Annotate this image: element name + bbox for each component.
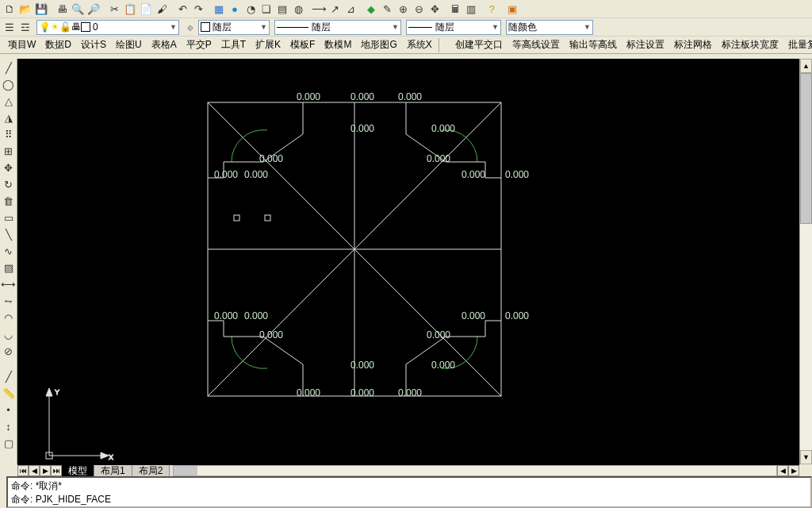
hscroll-left-icon[interactable]: ◀: [777, 465, 788, 476]
lineweight-combo[interactable]: 随层 ▼: [406, 20, 501, 35]
point-icon[interactable]: •: [1, 402, 17, 418]
svg-rect-5: [234, 215, 239, 221]
layer-mgr-icon[interactable]: ☰: [2, 20, 17, 34]
print-preview-icon[interactable]: 🔍: [71, 2, 85, 16]
menu-create-intersection[interactable]: 创建平交口: [450, 37, 508, 53]
menu-batch-copy[interactable]: 批量复制: [783, 37, 812, 53]
menu-data[interactable]: 数据D: [40, 37, 76, 53]
block-icon[interactable]: ◆: [364, 2, 378, 16]
copy-icon[interactable]: 📋: [123, 2, 137, 16]
props-icon[interactable]: ▥: [464, 2, 478, 16]
layer-prev-icon[interactable]: ☲: [18, 20, 33, 34]
help-icon[interactable]: ?: [485, 2, 499, 16]
color-combo[interactable]: 随层 ▼: [198, 20, 270, 35]
paste-icon[interactable]: 📄: [139, 2, 153, 16]
menu-project[interactable]: 项目W: [3, 37, 40, 53]
redo-icon[interactable]: ↷: [191, 2, 205, 16]
print-icon[interactable]: 🖶: [55, 2, 69, 16]
layer-combo[interactable]: 💡 ☀ 🔓 🖶 0 ▼: [36, 20, 179, 35]
menu-model[interactable]: 数模M: [320, 37, 356, 53]
menu-terrain[interactable]: 地形图G: [356, 37, 401, 53]
tab-prev-icon[interactable]: ◀: [29, 465, 40, 476]
tab-layout1[interactable]: 布局1: [94, 465, 132, 476]
new-icon[interactable]: 🗋: [2, 2, 17, 16]
line-icon[interactable]: ╱: [1, 60, 17, 75]
menu-template[interactable]: 模板F: [285, 37, 320, 53]
svg-text:0.000: 0.000: [350, 387, 374, 398]
dimstyle-icon[interactable]: ⟶: [312, 2, 326, 16]
menu-design[interactable]: 设计S: [76, 37, 111, 53]
zoomext-icon[interactable]: ⊕: [396, 2, 410, 16]
menu-contour-settings[interactable]: 等高线设置: [508, 37, 565, 53]
cmd-history-2: 命令: PJK_HIDE_FACE: [11, 493, 807, 506]
calc-icon[interactable]: 🖩: [448, 2, 462, 16]
arc-icon[interactable]: ◠: [1, 310, 17, 325]
hatch-tool-icon[interactable]: ▨: [1, 260, 17, 275]
zoomwin-icon[interactable]: ⊖: [412, 2, 426, 16]
undo-icon[interactable]: ↶: [175, 2, 190, 16]
menu-table[interactable]: 表格A: [147, 37, 182, 53]
erase-icon[interactable]: 🗑: [1, 193, 17, 209]
command-window[interactable]: 命令: *取消* 命令: PJK_HIDE_FACE: [6, 476, 812, 508]
dim2-tool-icon[interactable]: ⥊: [1, 293, 17, 309]
layer-match-icon[interactable]: ⟐: [183, 20, 197, 34]
xline-icon[interactable]: ◯: [1, 76, 17, 92]
save-icon[interactable]: 💾: [34, 2, 48, 16]
cut-icon[interactable]: ✂: [107, 2, 121, 16]
rect-icon[interactable]: ▭: [1, 210, 17, 225]
vertical-scrollbar[interactable]: ▲ ▼: [799, 59, 812, 464]
tab-first-icon[interactable]: ⏮: [17, 465, 29, 476]
arc2-icon[interactable]: ◡: [1, 326, 17, 342]
hscroll-right-icon[interactable]: ▶: [788, 465, 799, 476]
plotstyle-combo[interactable]: 随颜色 ▼: [506, 20, 593, 35]
offset-icon[interactable]: ⊞: [1, 143, 17, 159]
menu-tools[interactable]: 工具T: [216, 37, 251, 53]
open-icon[interactable]: 📂: [18, 2, 33, 16]
menu-contour-output[interactable]: 输出等高线: [565, 37, 622, 53]
donut-icon[interactable]: ◍: [291, 2, 305, 16]
scroll-down-icon[interactable]: ▼: [800, 450, 812, 464]
polyline-icon[interactable]: △: [1, 93, 17, 109]
menu-system[interactable]: 系统X: [402, 37, 437, 53]
find-icon[interactable]: 🔎: [86, 2, 101, 16]
menu-anno-grid[interactable]: 标注网格: [669, 37, 717, 53]
menu-anno-settings[interactable]: 标注设置: [622, 37, 669, 53]
spline-icon[interactable]: ∿: [1, 243, 17, 259]
hatch-icon[interactable]: ▦: [212, 2, 226, 16]
tab-model[interactable]: 模型: [62, 465, 94, 476]
scroll-thumb[interactable]: [800, 73, 812, 224]
tab-layout2[interactable]: 布局2: [132, 465, 170, 476]
scroll-up-icon[interactable]: ▲: [800, 59, 812, 73]
global-icon[interactable]: ●: [228, 2, 242, 16]
menu-extend[interactable]: 扩展K: [251, 37, 285, 53]
tab-last-icon[interactable]: ⏭: [51, 465, 62, 476]
menu-anno-plate[interactable]: 标注板块宽度: [717, 37, 783, 53]
array-icon[interactable]: ⠿: [1, 126, 17, 142]
rotate-icon[interactable]: ↻: [1, 176, 17, 192]
move2-icon[interactable]: ↕: [1, 418, 17, 434]
move-icon[interactable]: ✥: [1, 160, 17, 175]
leader-icon[interactable]: ↗: [327, 2, 342, 16]
layers-icon[interactable]: ▤: [275, 2, 289, 16]
layer-icon[interactable]: ❏: [259, 2, 274, 16]
exit-icon[interactable]: ▣: [505, 2, 519, 16]
measure-icon[interactable]: 📏: [1, 385, 17, 401]
line2-icon[interactable]: ╲: [1, 226, 17, 242]
format-painter-icon[interactable]: 🖌: [155, 2, 169, 16]
menu-pingjiao[interactable]: 平交P: [182, 37, 216, 53]
clip-icon[interactable]: ◔: [243, 2, 258, 16]
horizontal-scrollbar[interactable]: [173, 465, 777, 476]
region-icon[interactable]: ▢: [1, 435, 17, 451]
tab-next-icon[interactable]: ▶: [40, 465, 51, 476]
plot-icon: 🖶: [71, 21, 81, 33]
menu-draw[interactable]: 绘图U: [111, 37, 147, 53]
editblock-icon[interactable]: ✎: [380, 2, 394, 16]
mirror-icon[interactable]: ◮: [1, 110, 17, 125]
linetype-combo[interactable]: 随层 ▼: [274, 20, 401, 35]
pan-icon[interactable]: ✥: [427, 2, 442, 16]
line3-icon[interactable]: ╱: [1, 368, 17, 384]
dim-tool-icon[interactable]: ⟷: [1, 276, 17, 292]
drawing-canvas[interactable]: 0.000 0.000 0.000 0.000 0.000 0.000 0.00…: [17, 59, 799, 464]
length-icon[interactable]: ⊿: [343, 2, 358, 16]
break-icon[interactable]: ⊘: [1, 343, 17, 359]
